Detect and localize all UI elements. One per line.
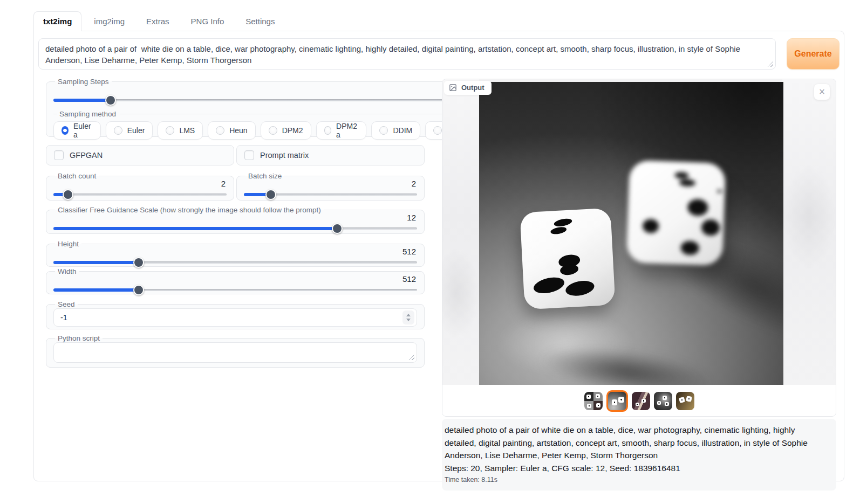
gallery-thumbnail[interactable] <box>632 392 650 410</box>
slider-fill <box>244 193 271 196</box>
batch-size-slider[interactable] <box>244 189 417 200</box>
height-value: 512 <box>53 247 417 257</box>
slider-thumb[interactable] <box>105 95 116 106</box>
gfpgan-checkbox-cell[interactable]: GFPGAN <box>46 145 234 165</box>
tab-img2img[interactable]: img2img <box>94 12 125 31</box>
tab-bar: txt2img img2img Extras PNG Info Settings <box>33 11 275 31</box>
sampling-steps-value: 20 <box>53 85 475 94</box>
slider-fill <box>53 261 139 264</box>
cfg-scale-label: Classifier Free Guidance Scale (how stro… <box>55 206 324 214</box>
radio-icon <box>269 126 277 135</box>
radio-heun[interactable]: Heun <box>208 121 255 140</box>
prompt-input[interactable]: detailed photo of a pair of white die on… <box>38 38 776 70</box>
focused-die <box>520 208 615 310</box>
generation-info: detailed photo of a pair of white die on… <box>442 419 836 491</box>
radio-ddim[interactable]: DDIM <box>371 121 420 140</box>
thumbnail-strip <box>442 385 836 417</box>
radio-icon <box>114 126 122 135</box>
slider-track[interactable] <box>53 194 227 196</box>
seed-group: Seed <box>46 300 425 329</box>
python-script-label: Python script <box>55 334 103 342</box>
image-icon <box>449 84 457 92</box>
radio-dpm2[interactable]: DPM2 <box>261 121 311 140</box>
slider-thumb[interactable] <box>63 189 73 200</box>
tab-extras[interactable]: Extras <box>146 12 169 31</box>
cfg-scale-group: Classifier Free Guidance Scale (how stro… <box>46 206 425 234</box>
generate-button[interactable]: Generate <box>787 38 839 70</box>
python-script-input[interactable] <box>53 342 417 363</box>
slider-fill <box>53 193 68 196</box>
slider-track[interactable] <box>53 99 475 101</box>
height-label: Height <box>55 240 81 248</box>
radio-icon <box>166 126 174 135</box>
slider-fill <box>53 227 337 230</box>
python-script-group: Python script <box>46 334 425 368</box>
caption-prompt: detailed photo of a pair of white die on… <box>445 424 828 462</box>
gallery-thumbnail-selected[interactable] <box>606 390 628 412</box>
python-script-wrap <box>53 342 417 363</box>
sampling-steps-label: Sampling Steps <box>55 78 112 86</box>
image-preview-area <box>442 79 836 385</box>
caption-time: Time taken: 8.11s <box>445 476 828 484</box>
batch-size-label: Batch size <box>245 172 284 180</box>
slider-thumb[interactable] <box>332 223 343 234</box>
radio-euler[interactable]: Euler <box>106 121 153 140</box>
radio-icon <box>324 126 331 135</box>
seed-label: Seed <box>55 300 78 308</box>
seed-field-wrap <box>53 308 417 327</box>
tab-settings[interactable]: Settings <box>245 12 275 31</box>
gallery-thumbnail[interactable] <box>676 392 694 410</box>
gallery-thumbnail[interactable] <box>654 392 672 410</box>
sampling-steps-slider[interactable] <box>53 95 475 106</box>
txt2img-panel: detailed photo of a pair of white die on… <box>33 31 844 481</box>
radio-icon <box>379 126 388 135</box>
caption-params: Steps: 20, Sampler: Euler a, CFG scale: … <box>445 462 828 475</box>
output-column: Output × <box>442 79 836 491</box>
prompt-matrix-checkbox[interactable] <box>244 150 254 160</box>
spinner-down-icon[interactable] <box>406 319 411 321</box>
seed-input[interactable] <box>60 313 381 322</box>
batch-row: Batch count 2 Batch size 2 <box>46 172 425 201</box>
radio-lms[interactable]: LMS <box>158 121 203 140</box>
radio-icon <box>433 126 442 135</box>
batch-size-value: 2 <box>244 179 417 189</box>
seed-spinner[interactable] <box>402 310 414 325</box>
cfg-scale-slider[interactable] <box>53 223 417 234</box>
radio-euler-a[interactable]: Euler a <box>53 121 101 140</box>
height-group: Height 512 <box>46 240 425 267</box>
cfg-scale-value: 12 <box>53 213 417 223</box>
width-group: Width 512 <box>46 267 425 294</box>
radio-selected-icon <box>62 126 69 135</box>
tab-png-info[interactable]: PNG Info <box>191 12 224 31</box>
sampling-group: Sampling Steps 20 Sampling method Euler … <box>46 78 483 137</box>
preview-left-strip <box>442 79 479 385</box>
gallery-thumbnail[interactable] <box>584 392 603 410</box>
prompt-matrix-checkbox-cell[interactable]: Prompt matrix <box>236 145 425 165</box>
batch-count-value: 2 <box>53 179 227 189</box>
blurred-die <box>626 160 726 266</box>
slider-fill <box>53 288 139 292</box>
settings-column: Sampling Steps 20 Sampling method Euler … <box>46 78 425 368</box>
batch-count-label: Batch count <box>55 172 99 180</box>
gfpgan-label: GFPGAN <box>70 151 103 160</box>
radio-dpm2-a[interactable]: DPM2 a <box>316 121 367 140</box>
width-slider[interactable] <box>53 285 417 295</box>
height-slider[interactable] <box>53 257 417 268</box>
checkbox-row: GFPGAN Prompt matrix <box>46 145 425 165</box>
slider-fill <box>53 99 111 102</box>
slider-thumb[interactable] <box>133 285 144 295</box>
gfpgan-checkbox[interactable] <box>54 150 64 160</box>
slider-thumb[interactable] <box>265 189 276 200</box>
batch-size-group: Batch size 2 <box>236 172 425 201</box>
stable-diffusion-webui: txt2img img2img Extras PNG Info Settings… <box>0 0 860 504</box>
close-icon[interactable]: × <box>814 84 830 100</box>
preview-right-strip <box>782 79 836 385</box>
radio-icon <box>216 126 224 135</box>
sampling-method-radio-group: Euler a Euler LMS Heun <box>53 121 475 140</box>
sampling-method-label: Sampling method <box>53 109 475 119</box>
tab-txt2img[interactable]: txt2img <box>33 11 81 31</box>
slider-thumb[interactable] <box>133 257 144 268</box>
batch-count-slider[interactable] <box>53 189 227 200</box>
spinner-up-icon[interactable] <box>406 314 411 316</box>
output-gallery: Output × <box>442 79 836 417</box>
